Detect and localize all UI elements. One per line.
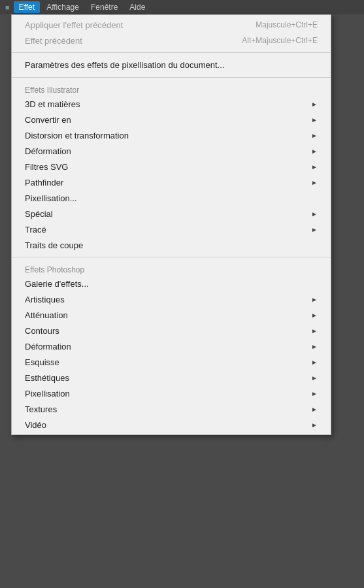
arrow-icon: ► bbox=[311, 343, 318, 350]
menu-bar-affichage[interactable]: Affichage bbox=[41, 1, 84, 13]
menu-item-pathfinder[interactable]: Pathfinder ► bbox=[12, 174, 331, 190]
arrow-icon: ► bbox=[311, 210, 318, 218]
arrow-icon: ► bbox=[311, 163, 318, 171]
arrow-icon: ► bbox=[311, 296, 318, 303]
arrow-icon: ► bbox=[311, 390, 318, 397]
menu-item-apply-previous[interactable]: Appliquer l'effet précédent Majuscule+Ct… bbox=[12, 17, 331, 33]
menu-item-pixellisation[interactable]: Pixellisation... bbox=[12, 190, 331, 206]
arrow-icon: ► bbox=[311, 179, 318, 186]
arrow-icon: ► bbox=[311, 374, 318, 382]
arrow-icon: ► bbox=[311, 101, 318, 108]
menu-item-convertir[interactable]: Convertir en ► bbox=[12, 112, 331, 127]
separator-2 bbox=[12, 77, 331, 78]
arrow-icon: ► bbox=[311, 421, 318, 429]
menu-item-esquisse[interactable]: Esquisse ► bbox=[12, 354, 331, 370]
menu-item-galerie[interactable]: Galerie d'effets... bbox=[12, 276, 331, 291]
menu-bar-effet[interactable]: Effet bbox=[14, 1, 40, 13]
menu-item-attenuation[interactable]: Atténuation ► bbox=[12, 307, 331, 323]
arrow-icon: ► bbox=[311, 148, 318, 155]
dropdown-menu: Appliquer l'effet précédent Majuscule+Ct… bbox=[11, 14, 331, 435]
menu-item-3d[interactable]: 3D et matières ► bbox=[12, 96, 331, 112]
arrow-icon: ► bbox=[311, 327, 318, 335]
menu-item-filtres-svg[interactable]: Filtres SVG ► bbox=[12, 159, 331, 174]
menu-item-contours[interactable]: Contours ► bbox=[12, 323, 331, 338]
menu-item-trace[interactable]: Tracé ► bbox=[12, 221, 331, 237]
menu-item-deformation-photoshop[interactable]: Déformation ► bbox=[12, 338, 331, 354]
menu-bar-fenetre[interactable]: Fenêtre bbox=[86, 1, 123, 13]
arrow-icon: ► bbox=[311, 359, 318, 366]
menu-item-video[interactable]: Vidéo ► bbox=[12, 417, 331, 433]
menu-item-artistiques[interactable]: Artistiques ► bbox=[12, 291, 331, 307]
menu-item-traits-de-coupe[interactable]: Traits de coupe bbox=[12, 237, 331, 253]
section-header-photoshop: Effets Photoshop bbox=[12, 261, 331, 276]
arrow-icon: ► bbox=[311, 312, 318, 319]
arrow-icon: ► bbox=[311, 116, 318, 123]
menu-item-deformation-illustrator[interactable]: Déformation ► bbox=[12, 143, 331, 159]
menu-item-special[interactable]: Spécial ► bbox=[12, 206, 331, 221]
menu-bar: ■ Effet Affichage Fenêtre Aide bbox=[0, 0, 364, 14]
menu-item-previous-effect[interactable]: Effet précédent Alt+Majuscule+Ctrl+E bbox=[12, 33, 331, 48]
arrow-icon: ► bbox=[311, 406, 318, 413]
separator-1 bbox=[12, 52, 331, 53]
arrow-icon: ► bbox=[311, 132, 318, 139]
menu-item-distorsion[interactable]: Distorsion et transformation ► bbox=[12, 127, 331, 143]
menu-item-pixellisation-ps[interactable]: Pixellisation ► bbox=[12, 385, 331, 401]
menu-item-esthetiques[interactable]: Esthétiques ► bbox=[12, 370, 331, 385]
menu-item-textures[interactable]: Textures ► bbox=[12, 401, 331, 417]
section-header-illustrator: Effets Illustrator bbox=[12, 82, 331, 96]
separator-3 bbox=[12, 257, 331, 257]
menu-bar-app[interactable]: ■ bbox=[3, 2, 12, 12]
menu-bar-aide[interactable]: Aide bbox=[124, 1, 150, 13]
menu-item-pixellisation-settings[interactable]: Paramètres des effets de pixellisation d… bbox=[12, 57, 331, 73]
arrow-icon: ► bbox=[311, 226, 318, 233]
